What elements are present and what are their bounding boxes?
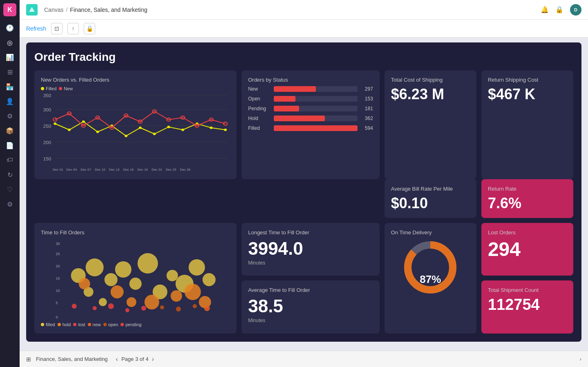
svg-text:Dec 04: Dec 04 [67, 168, 77, 171]
lost-orders-title: Lost Orders [488, 229, 567, 236]
svg-point-11 [54, 122, 56, 125]
total-cost-shipping-card: Total Cost of Shipping $6.23 M [385, 70, 476, 179]
donut-container: 87% [391, 239, 470, 308]
longest-fill-title: Longest Time to Fill Order [248, 229, 373, 236]
sidebar-icon-clock[interactable]: 🕐 [3, 21, 16, 34]
sidebar-icon-store[interactable]: 🏪 [3, 80, 16, 93]
legend-open-b: open [108, 322, 118, 327]
sidebar-icon-compass[interactable]: ◎ [3, 36, 16, 49]
status-label-open: Open [248, 96, 271, 102]
sidebar-icon-person[interactable]: 👤 [3, 95, 16, 108]
line-chart-svg-area: 350 300 250 200 150 [41, 91, 230, 173]
svg-text:5: 5 [56, 301, 58, 305]
svg-point-84 [176, 307, 181, 311]
svg-point-67 [167, 270, 178, 281]
lock-icon[interactable]: 🔒 [555, 6, 563, 13]
legend-new-b: new [93, 322, 101, 327]
screenshot-button[interactable]: ⊡ [51, 23, 63, 34]
svg-text:20: 20 [56, 264, 60, 268]
export-button[interactable]: ↑ [67, 23, 79, 34]
sidebar-icon-package[interactable]: 📦 [3, 124, 16, 137]
svg-point-83 [160, 305, 164, 309]
legend-lost-b: lost [78, 322, 85, 327]
bubble-chart-title: Time to Fill Orders [41, 229, 230, 236]
svg-point-73 [127, 297, 136, 307]
svg-text:Dec 19: Dec 19 [137, 168, 148, 171]
avg-bill-rate-card: Average Bill Rate Per Mile $0.10 [385, 179, 476, 218]
topbar: Canvas / Finance, Sales, and Marketing 🔔… [20, 0, 588, 20]
svg-point-85 [193, 304, 197, 308]
svg-point-74 [145, 295, 159, 309]
svg-point-69 [189, 259, 205, 276]
svg-point-13 [82, 120, 85, 123]
status-bar-open [274, 96, 358, 102]
svg-text:Dec 07: Dec 07 [80, 168, 91, 171]
canvas-link[interactable]: Canvas [44, 7, 63, 13]
app-logo: K [3, 3, 16, 16]
sidebar-icon-heart[interactable]: ♡ [3, 183, 16, 196]
svg-marker-0 [29, 7, 35, 12]
bubble-chart-legend: filled hold lost new open pending [41, 322, 230, 327]
return-shipping-cost-title: Return Shipping Cost [488, 77, 567, 83]
status-row-new: New 297 [248, 86, 373, 92]
status-label-new: New [248, 86, 271, 92]
dashboard: Order Tracking New Orders vs. Filled Ord… [26, 42, 581, 342]
page-title: Finance, Sales, and Marketing [70, 7, 147, 13]
expand-button[interactable]: › [580, 356, 581, 362]
next-page-button[interactable]: › [152, 356, 154, 363]
bell-icon[interactable]: 🔔 [541, 6, 549, 13]
line-chart-legend: Filled New [41, 86, 230, 91]
legend-new: New [64, 86, 73, 91]
svg-point-14 [96, 131, 99, 133]
status-count-open: 153 [361, 96, 373, 102]
sidebar-icon-settings2[interactable]: ⚙ [3, 109, 16, 122]
avg-fill-sub: Minutes [248, 318, 373, 323]
sidebar-icon-table[interactable]: ⊞ [3, 65, 16, 78]
sidebar-icon-refresh2[interactable]: ↻ [3, 168, 16, 181]
topbar-icons: 🔔 🔒 D [541, 4, 581, 16]
svg-text:25: 25 [56, 252, 60, 256]
lost-orders-card: Lost Orders 294 [481, 223, 573, 276]
sidebar-icon-gear[interactable]: ⚙ [3, 198, 16, 211]
svg-point-72 [111, 285, 124, 298]
return-rate-card: Return Rate 7.6% [481, 179, 573, 218]
status-row-open: Open 153 [248, 96, 373, 102]
avg-fill-title: Average Time to Fill Order [248, 287, 373, 293]
total-shipment-value: 112754 [488, 296, 567, 314]
svg-point-64 [130, 278, 142, 290]
refresh-button[interactable]: Refresh [26, 25, 46, 32]
avg-bill-rate-value: $0.10 [391, 195, 470, 211]
user-avatar[interactable]: D [570, 4, 581, 16]
sidebar: K 🕐 ◎ 📊 ⊞ 🏪 👤 ⚙ 📦 📄 🏷 ↻ ♡ ⚙ [0, 0, 20, 367]
svg-point-23 [224, 129, 227, 131]
svg-text:Dec 13: Dec 13 [109, 168, 120, 171]
return-shipping-cost-card: Return Shipping Cost $467 K [481, 70, 573, 179]
svg-point-81 [125, 308, 130, 312]
lost-orders-value: 294 [488, 239, 567, 260]
status-count-filled: 594 [361, 125, 373, 131]
svg-point-17 [139, 127, 142, 129]
svg-point-70 [203, 273, 216, 286]
svg-text:15: 15 [56, 276, 60, 280]
toolbar: Refresh ⊡ ↑ 🔒 [20, 20, 588, 38]
prev-page-button[interactable]: ‹ [116, 356, 118, 363]
svg-text:Dec 28: Dec 28 [180, 168, 190, 171]
line-chart-card: New Orders vs. Filled Orders Filled New … [34, 70, 237, 179]
status-bar-filled [274, 125, 358, 131]
sidebar-icon-doc[interactable]: 📄 [3, 139, 16, 152]
svg-point-86 [204, 305, 210, 311]
on-time-delivery-card: On Time Delivery 87% [385, 223, 476, 334]
svg-text:Dec 22: Dec 22 [152, 168, 162, 171]
legend-filled: Filled [46, 86, 56, 91]
sidebar-icon-tag[interactable]: 🏷 [3, 153, 16, 167]
main-area: Canvas / Finance, Sales, and Marketing 🔔… [20, 0, 588, 367]
svg-point-78 [72, 304, 77, 309]
status-count-new: 297 [361, 86, 373, 92]
sidebar-icon-chart[interactable]: 📊 [3, 51, 16, 64]
svg-point-62 [115, 261, 132, 278]
avg-fill-value: 38.5 [248, 296, 373, 316]
lock-button[interactable]: 🔒 [84, 23, 95, 34]
orders-by-status-title: Orders by Status [248, 77, 373, 83]
page-nav: ‹ Page 3 of 4 › [116, 356, 154, 363]
svg-text:350: 350 [43, 93, 51, 98]
